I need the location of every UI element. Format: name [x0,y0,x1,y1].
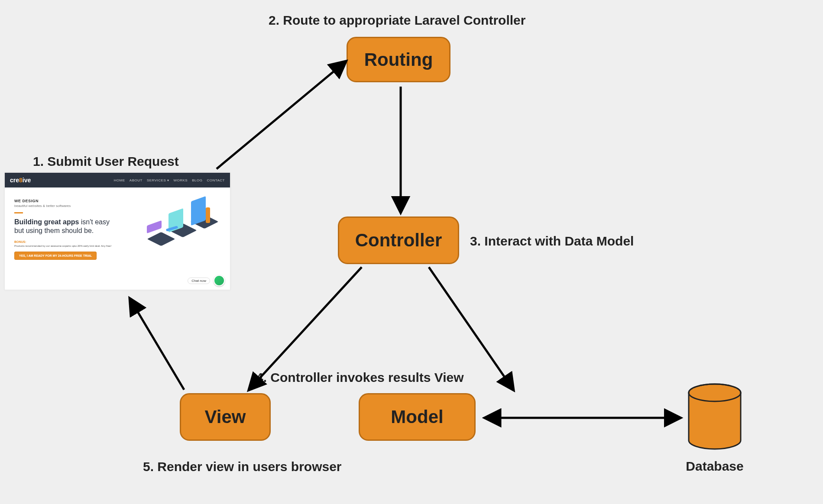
thumb-chat-pill: Chat now [188,278,210,284]
database-icon [687,383,743,452]
thumb-nav-about: ABOUT [130,178,143,182]
thumb-heading: Building great apps isn't easy but using… [14,218,136,235]
thumb-subline: beautiful websites & better softwares [14,204,136,208]
thumb-brand-prefix: cre [10,177,19,184]
thumb-accent-bar [14,212,23,213]
thumb-bonus-label: BONUS: [14,240,136,243]
thumb-bonus-text: Products recommended by our awesome expe… [14,245,136,247]
node-view: View [180,393,271,441]
thumb-nav-contact: CONTACT [207,178,225,182]
thumb-heading-bold: Building great apps [14,218,79,226]
thumb-brand: cre8ive [10,177,31,184]
label-step4: 4. Controller invokes results View [256,370,464,385]
thumb-nav: HOME ABOUT SERVICES ▾ WORKS BLOG CONTACT [114,178,225,182]
thumb-kicker: WE DESIGN [14,199,136,203]
label-step3: 3. Interact with Data Model [470,234,634,249]
node-model: Model [359,393,476,441]
node-controller: Controller [338,216,459,264]
label-step5: 5. Render view in users browser [143,459,342,474]
thumb-heading-rest2: but using them should be. [14,227,94,234]
thumb-brand-accent: 8 [19,177,23,184]
thumb-nav-works: WORKS [173,178,188,182]
thumb-chat: Chat now [188,275,225,286]
thumb-brand-suffix: ive [23,177,31,184]
thumb-heading-rest1: isn't easy [79,218,110,226]
label-step1: 1. Submit User Request [33,154,179,169]
thumb-cta: YES, I AM READY FOR MY 24-HOURS FREE TRI… [14,252,97,260]
label-step2: 2. Route to appropriate Laravel Controll… [269,13,525,28]
arrow-view-to-browser [130,299,184,390]
thumb-nav-blog: BLOG [192,178,202,182]
thumb-nav-services: SERVICES ▾ [147,178,169,182]
label-database: Database [684,459,745,474]
arrow-request-to-routing [217,61,346,169]
browser-thumbnail: cre8ive HOME ABOUT SERVICES ▾ WORKS BLOG… [4,172,230,290]
thumb-nav-home: HOME [114,178,125,182]
thumb-chat-avatar [214,275,225,286]
thumb-illustration [143,199,220,264]
node-routing: Routing [347,37,450,82]
